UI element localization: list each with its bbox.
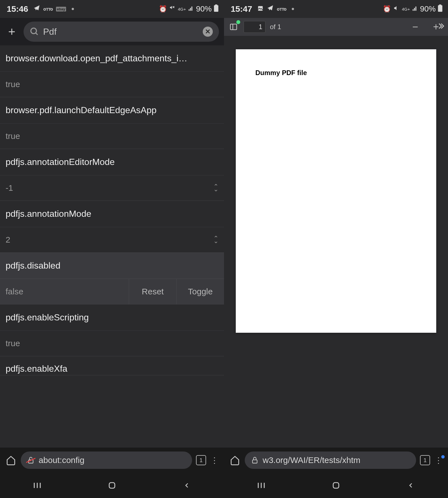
battery-icon (214, 4, 218, 13)
tabs-button[interactable]: 1 (420, 455, 430, 465)
pref-value: true (0, 124, 224, 149)
back-nav-button[interactable] (178, 479, 195, 492)
toolbar-overflow-button[interactable] (436, 22, 445, 32)
left-screenshot: 15:46 oᴛᴛo ebay ⏰ 4G+ 90% (0, 0, 224, 498)
home-button[interactable] (229, 454, 241, 466)
telegram-icon (33, 5, 40, 13)
right-screenshot: 15:47 oᴛᴛo ⏰ 4G+ 90% (224, 0, 448, 498)
alarm-icon: ⏰ (383, 5, 391, 13)
svg-rect-8 (109, 483, 115, 488)
add-pref-button[interactable]: + (5, 25, 18, 38)
status-bar-right: 15:47 oᴛᴛo ⏰ 4G+ 90% (224, 0, 448, 18)
value-text: -1 (6, 183, 13, 193)
config-header: + ✕ (0, 18, 224, 45)
signal-icon (412, 5, 418, 13)
svg-rect-14 (253, 460, 257, 463)
pdf-toolbar: of 1 − + (224, 18, 448, 36)
page-count: of 1 (270, 23, 281, 31)
zoom-out-button[interactable]: − (410, 22, 421, 32)
clear-search-button[interactable]: ✕ (203, 27, 213, 37)
url-text: about:config (39, 455, 84, 465)
page-input[interactable] (244, 21, 265, 33)
pdf-viewport[interactable]: Dummy PDF file (224, 36, 448, 448)
telegram-icon (267, 5, 274, 13)
stepper-icon[interactable]: ⌃⌄ (213, 185, 218, 191)
config-item-selected[interactable]: pdfjs.disabled false Reset Toggle (0, 253, 224, 304)
pref-name: pdfjs.enableScripting (0, 304, 224, 331)
system-nav-left (0, 473, 224, 498)
more-notifications-dot (292, 8, 294, 10)
pref-name: pdfjs.annotationEditorMode (0, 149, 224, 175)
config-item[interactable]: browser.pdf.launchDefaultEdgeAsApp true (0, 97, 224, 149)
pref-value: false (0, 279, 129, 304)
network-4g-icon: 4G+ (402, 7, 410, 11)
reset-button[interactable]: Reset (129, 279, 176, 304)
config-item[interactable]: pdfjs.annotationEditorMode -1 ⌃⌄ (0, 149, 224, 201)
pref-name: pdfjs.annotationMode (0, 201, 224, 227)
mute-icon (393, 5, 400, 13)
pref-value: true (0, 72, 224, 97)
svg-line-3 (36, 33, 38, 35)
search-field[interactable]: ✕ (24, 22, 219, 42)
config-list[interactable]: browser.download.open_pdf_attachments_i…… (0, 45, 224, 448)
config-item[interactable]: browser.download.open_pdf_attachments_i…… (0, 45, 224, 97)
recents-button[interactable] (253, 479, 270, 492)
sidebar-toggle-button[interactable] (228, 21, 239, 32)
lock-icon (251, 456, 259, 464)
notification-dot (236, 20, 240, 24)
alarm-icon: ⏰ (159, 5, 167, 13)
pdf-text: Dummy PDF file (255, 69, 417, 77)
system-nav-right (224, 473, 448, 498)
svg-rect-4 (29, 460, 33, 463)
pdf-page: Dummy PDF file (236, 49, 436, 333)
recents-button[interactable] (29, 479, 46, 492)
svg-rect-0 (214, 5, 218, 12)
url-bar[interactable]: w3.org/WAI/ER/tests/xhtm (245, 452, 416, 469)
tabs-button[interactable]: 1 (196, 455, 206, 465)
battery-pct: 90% (420, 4, 436, 13)
clock: 15:47 (231, 4, 252, 14)
pref-name: pdfjs.enableXfa (0, 356, 224, 375)
back-nav-button[interactable] (402, 479, 419, 492)
svg-point-2 (31, 28, 36, 34)
svg-rect-11 (439, 4, 441, 6)
home-nav-button[interactable] (104, 479, 120, 492)
svg-rect-12 (230, 24, 237, 30)
stepper-icon[interactable]: ⌃⌄ (213, 237, 218, 243)
otto-icon: oᴛᴛo (277, 6, 286, 12)
svg-rect-1 (215, 4, 217, 6)
browser-bar-right: w3.org/WAI/ER/tests/xhtm 1 ⋮ (224, 448, 448, 473)
mute-icon (169, 5, 176, 13)
ebay-icon: ebay (56, 7, 66, 11)
url-bar[interactable]: about:config (21, 452, 192, 469)
pref-name: pdfjs.disabled (0, 253, 224, 279)
more-notifications-dot (72, 8, 74, 10)
config-item[interactable]: pdfjs.enableXfa (0, 356, 224, 375)
menu-button[interactable]: ⋮ (210, 456, 219, 465)
value-text: 2 (6, 235, 10, 245)
menu-notification-dot (441, 455, 445, 459)
battery-pct: 90% (196, 4, 212, 13)
clock: 15:46 (7, 4, 28, 14)
gallery-icon (257, 5, 263, 13)
pref-value: 2 ⌃⌄ (0, 227, 224, 252)
browser-bar-left: about:config 1 ⋮ (0, 448, 224, 473)
config-item[interactable]: pdfjs.enableScripting true (0, 304, 224, 356)
network-4g-icon: 4G+ (178, 7, 186, 11)
toggle-button[interactable]: Toggle (176, 279, 224, 304)
battery-icon (438, 4, 442, 13)
home-button[interactable] (5, 454, 17, 466)
otto-icon: oᴛᴛo (43, 6, 53, 12)
search-icon (30, 27, 39, 36)
svg-rect-10 (438, 5, 442, 12)
svg-rect-18 (333, 483, 339, 488)
config-item[interactable]: pdfjs.annotationMode 2 ⌃⌄ (0, 201, 224, 253)
pref-name: browser.download.open_pdf_attachments_i… (0, 45, 224, 72)
insecure-lock-icon (27, 456, 35, 464)
signal-icon (188, 5, 194, 13)
pref-value: -1 ⌃⌄ (0, 175, 224, 201)
status-bar-left: 15:46 oᴛᴛo ebay ⏰ 4G+ 90% (0, 0, 224, 18)
home-nav-button[interactable] (328, 479, 344, 492)
url-text: w3.org/WAI/ER/tests/xhtm (263, 455, 360, 465)
search-input[interactable] (43, 27, 199, 37)
